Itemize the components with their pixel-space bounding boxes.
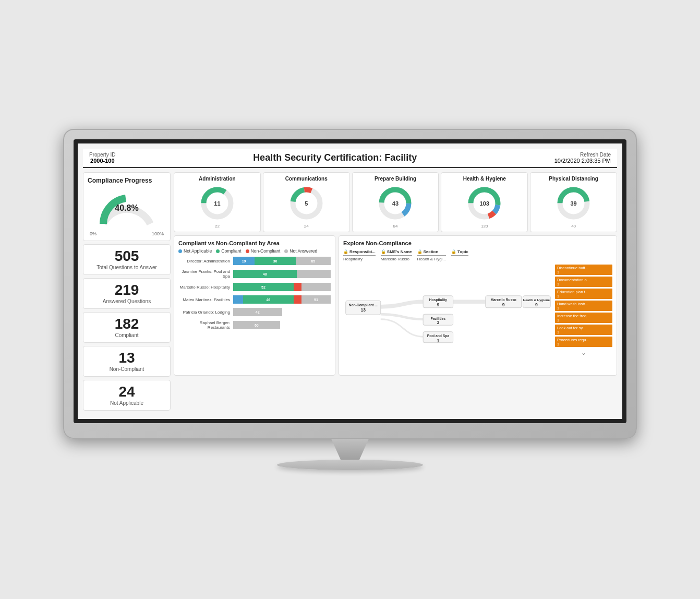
bar-label-1: Jasmine Franks: Pool and Spa (178, 269, 233, 279)
header-bar: Property ID 2000-100 Health Security Cer… (83, 149, 617, 168)
topic-bar-2: Education plan f... 1 (555, 289, 612, 299)
percent-min: 0% (90, 231, 96, 236)
screen-inner: Property ID 2000-100 Health Security Cer… (78, 143, 622, 419)
stat-number-0: 505 (88, 249, 166, 263)
right-area: Administration 11 22 (174, 172, 617, 414)
topic-bar-5: Look out for sy... 1 (555, 325, 612, 335)
donut-health-wrapper: 103 (465, 184, 504, 223)
donut-health-hygiene: Health & Hygiene 103 (441, 172, 528, 232)
topic-label-1: Documentation o... (557, 278, 610, 282)
stat-not-applicable: 24 Not Applicable (83, 380, 171, 411)
bar-seg-3-0 (233, 295, 243, 304)
filter-col-2: 🔒 Section Health & Hygi... (417, 249, 446, 261)
filter-col-0: 🔒 Responsibi... Hospitality (343, 249, 376, 261)
topic-count-2: 1 (557, 294, 610, 298)
bar-container-4: 42 (233, 308, 331, 316)
bar-seg-0-2: 85 (296, 257, 331, 265)
bar-chart-card: Compliant vs Non-Compliant by Area Not A… (174, 235, 335, 376)
donut-admin-title: Administration (199, 176, 236, 182)
lock-icon-1: 🔒 (381, 249, 386, 254)
sankey-diagram: Non-Compliant ... 13 Hospitality 9 (343, 265, 553, 371)
donut-communications: Communications 5 24 (263, 172, 350, 232)
legend-dot-na (178, 249, 182, 253)
property-info: Property ID 2000-100 (89, 152, 116, 164)
topic-label-4: Increase the freq... (557, 314, 610, 318)
stat-number-3: 13 (88, 351, 166, 365)
donut-prep-title: Prepare Building (375, 176, 416, 182)
donut-health-title: Health & Hygiene (463, 176, 506, 182)
legend-dot-nc (246, 249, 249, 253)
bar-seg-3-1: 46 (243, 295, 294, 304)
property-id-value: 2000-100 (89, 158, 116, 164)
percent-max: 100% (152, 231, 164, 236)
donut-phys-wrapper: 39 (554, 184, 593, 223)
bar-container-2: 52 (233, 283, 331, 291)
compliance-title: Compliance Progress (88, 177, 166, 184)
donut-comm-wrapper: 5 (287, 184, 326, 223)
bar-row-5: Raphael Berger: Restaurants 60 (178, 320, 331, 330)
topic-count-5: 1 (557, 330, 610, 334)
bar-label-0: Director: Administration (178, 259, 233, 263)
monitor-frame: Property ID 2000-100 Health Security Cer… (63, 129, 637, 439)
filter-label-0: 🔒 Responsibi... (343, 249, 376, 256)
svg-text:3: 3 (437, 320, 439, 325)
bar-label-2: Marcello Russo: Hospitality (178, 285, 233, 290)
donut-health-sub: 120 (481, 224, 488, 229)
legend-label-na2: Not Answered (289, 248, 317, 254)
legend-label-na: Not Applicable (184, 248, 212, 254)
monitor-wrapper: Property ID 2000-100 Health Security Cer… (63, 129, 637, 470)
monitor-stand-base (277, 460, 423, 470)
donut-phys-center: 39 (570, 200, 576, 207)
bar-label-4: Patricia Orlando: Lodging (178, 310, 233, 315)
topic-bar-6: Procedures regu... 1 (555, 337, 612, 347)
bar-container-5: 60 (233, 321, 331, 329)
stat-number-2: 182 (88, 317, 166, 331)
donut-prep-wrapper: 43 (376, 184, 415, 223)
stat-non-compliant: 13 Non-Compliant (83, 346, 171, 377)
explore-filters: 🔒 Responsibi... Hospitality 🔒 SM (343, 249, 612, 261)
topic-bar-3: Hand wash instr... 1 (555, 301, 612, 311)
explore-inner: Non-Compliant ... 13 Hospitality 9 (343, 265, 612, 371)
lock-icon-0: 🔒 (343, 249, 348, 254)
bar-seg-2-0: 52 (233, 283, 294, 291)
page-title: Health Security Certification: Facility (253, 152, 417, 163)
donut-phys-sub: 40 (571, 224, 576, 229)
refresh-value: 10/2/2020 2:03:35 PM (554, 158, 611, 164)
topics-panel: Discontinue buff... 1 Documentation o...… (555, 265, 612, 371)
svg-text:9: 9 (535, 302, 538, 307)
stat-label-3: Non-Compliant (88, 366, 166, 372)
topic-label-2: Education plan f... (557, 290, 610, 294)
compliance-percent: 40.8% (115, 203, 138, 213)
bar-seg-3-3: 91 (301, 295, 331, 304)
svg-text:9: 9 (502, 302, 505, 307)
bottom-row: Compliant vs Non-Compliant by Area Not A… (174, 235, 617, 376)
stat-label-0: Total Questions to Answer (88, 265, 166, 270)
legend-not-applicable: Not Applicable (178, 248, 212, 254)
donut-prep-center: 43 (392, 200, 399, 207)
compliance-card: Compliance Progress 40.8% (83, 172, 171, 241)
compliance-donut-wrapper: 40.8% (88, 187, 166, 229)
topic-label-5: Look out for sy... (557, 326, 610, 330)
svg-text:Non-Compliant ...: Non-Compliant ... (349, 303, 378, 307)
stat-label-2: Compliant (88, 332, 166, 338)
legend-non-compliant: Non-Compliant (246, 248, 281, 254)
donut-comm-sub: 24 (304, 224, 309, 229)
bar-row-3: Mateo Martinez: Facilities 46 91 (178, 295, 331, 304)
main-grid: Compliance Progress 40.8% (83, 172, 617, 414)
donut-prep-sub: 84 (393, 224, 398, 229)
topic-bar-0: Discontinue buff... 1 (555, 265, 612, 275)
bar-seg-3-2 (294, 295, 301, 304)
topic-count-0: 1 (557, 270, 610, 274)
donut-comm-title: Communications (285, 176, 328, 182)
legend-dot-compliant (216, 249, 220, 253)
legend-dot-na2 (284, 249, 288, 253)
chevron-down-icon[interactable]: ⌄ (555, 349, 612, 356)
bar-row-0: Director: Administration 19 36 85 (178, 257, 331, 265)
donut-prepare-building: Prepare Building 43 84 (352, 172, 439, 232)
filter-label-3: 🔒 Topic (451, 249, 468, 256)
donut-row: Administration 11 22 (174, 172, 617, 232)
topic-label-0: Discontinue buff... (557, 266, 610, 270)
screen: Property ID 2000-100 Health Security Cer… (74, 139, 626, 423)
bar-label-5: Raphael Berger: Restaurants (178, 320, 233, 330)
stat-label-4: Not Applicable (88, 400, 166, 406)
